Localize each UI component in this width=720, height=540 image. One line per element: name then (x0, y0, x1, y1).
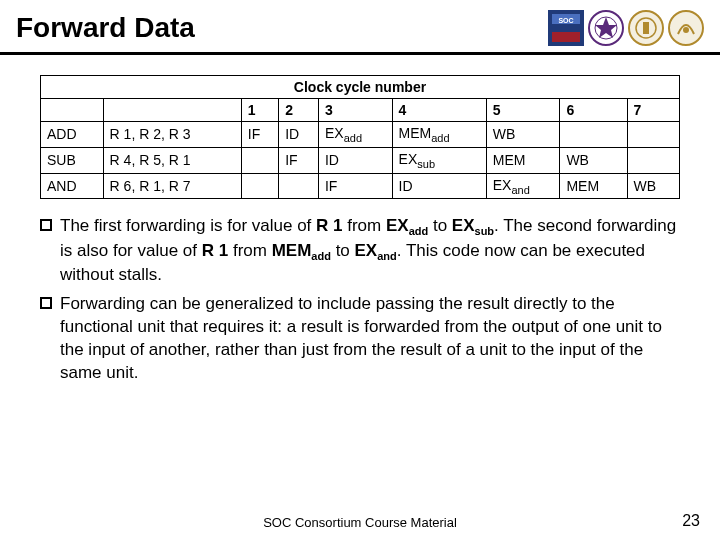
stage-cell: MEMadd (392, 122, 486, 148)
bullet-item: Forwarding can be generalized to include… (40, 293, 680, 385)
stage-cell: IF (318, 173, 392, 199)
table-area: Clock cycle number1234567ADDR 1, R 2, R … (0, 55, 720, 199)
instr-cell: ADD (41, 122, 104, 148)
table-banner: Clock cycle number (41, 76, 680, 99)
header: Forward Data SOC (0, 0, 720, 55)
table-row: SUBR 4, R 5, R 1IFIDEXsubMEMWB (41, 147, 680, 173)
stage-cell: EXadd (318, 122, 392, 148)
bullet-list: The first forwarding is for value of R 1… (0, 199, 720, 384)
stage-cell: MEM (560, 173, 627, 199)
stage-cell: IF (279, 147, 319, 173)
stage-cell: EXand (486, 173, 560, 199)
bullet-square-icon (40, 219, 52, 231)
regs-cell: R 1, R 2, R 3 (103, 122, 241, 148)
stage-cell: WB (627, 173, 679, 199)
svg-point-11 (683, 27, 689, 33)
bullet-text: Forwarding can be generalized to include… (60, 293, 680, 385)
instr-cell: SUB (41, 147, 104, 173)
gold-seal-1-icon (628, 10, 664, 46)
stage-cell: IF (241, 122, 278, 148)
bullet-text: The first forwarding is for value of R 1… (60, 215, 680, 286)
stage-cell (560, 122, 627, 148)
column-header: 2 (279, 99, 319, 122)
purple-seal-icon (588, 10, 624, 46)
column-header: 6 (560, 99, 627, 122)
stage-cell: EXsub (392, 147, 486, 173)
logo-row: SOC (548, 10, 704, 46)
bullet-square-icon (40, 297, 52, 309)
stage-cell (241, 173, 278, 199)
svg-text:SOC: SOC (558, 17, 573, 24)
stage-cell (627, 122, 679, 148)
column-header (41, 99, 104, 122)
column-header: 4 (392, 99, 486, 122)
stage-cell: WB (486, 122, 560, 148)
soc-logo-icon: SOC (548, 10, 584, 46)
column-header: 7 (627, 99, 679, 122)
column-header: 3 (318, 99, 392, 122)
stage-cell (241, 147, 278, 173)
regs-cell: R 6, R 1, R 7 (103, 173, 241, 199)
svg-rect-9 (643, 22, 649, 34)
gold-seal-2-icon (668, 10, 704, 46)
page-title: Forward Data (16, 12, 195, 44)
column-header: 5 (486, 99, 560, 122)
stage-cell: ID (279, 122, 319, 148)
svg-rect-3 (552, 32, 580, 42)
stage-cell: ID (318, 147, 392, 173)
table-row: ANDR 6, R 1, R 7IFIDEXandMEMWB (41, 173, 680, 199)
column-header: 1 (241, 99, 278, 122)
pipeline-table: Clock cycle number1234567ADDR 1, R 2, R … (40, 75, 680, 199)
stage-cell: MEM (486, 147, 560, 173)
instr-cell: AND (41, 173, 104, 199)
bullet-item: The first forwarding is for value of R 1… (40, 215, 680, 286)
stage-cell: WB (560, 147, 627, 173)
footer-text: SOC Consortium Course Material (0, 515, 720, 530)
stage-cell (627, 147, 679, 173)
regs-cell: R 4, R 5, R 1 (103, 147, 241, 173)
page-number: 23 (682, 512, 700, 530)
column-header (103, 99, 241, 122)
stage-cell: ID (392, 173, 486, 199)
table-row: ADDR 1, R 2, R 3IFIDEXaddMEMaddWB (41, 122, 680, 148)
stage-cell (279, 173, 319, 199)
